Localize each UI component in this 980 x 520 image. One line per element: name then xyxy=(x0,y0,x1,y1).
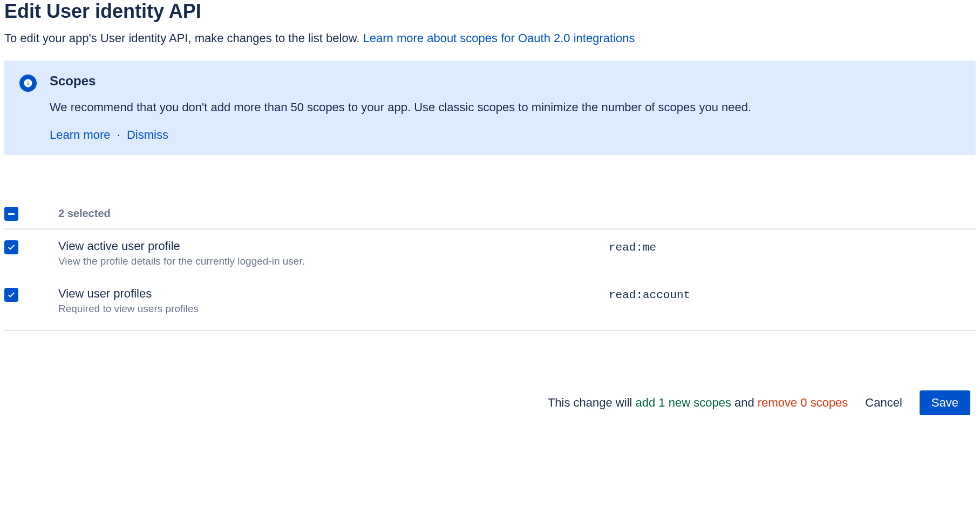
summary-remove: remove 0 scopes xyxy=(758,396,848,409)
info-icon xyxy=(19,75,37,92)
page-title: Edit User identity API xyxy=(4,0,976,23)
separator: · xyxy=(117,128,120,141)
scope-code: read:account xyxy=(609,289,690,301)
save-button[interactable]: Save xyxy=(920,390,970,415)
scope-title: View user profiles xyxy=(58,287,609,301)
table-body: View active user profile View the profil… xyxy=(4,229,976,331)
table-header: 2 selected xyxy=(4,198,976,229)
scope-code-col: read:me xyxy=(609,239,976,254)
scope-code: read:me xyxy=(609,241,656,254)
page-subtitle: To edit your app's User identity API, ma… xyxy=(4,31,976,45)
info-icon-wrap xyxy=(19,73,37,142)
checkbox-col xyxy=(4,206,58,221)
scope-info: View user profiles Required to view user… xyxy=(58,287,609,315)
scope-description: View the profile details for the current… xyxy=(58,255,609,267)
banner-title: Scopes xyxy=(50,73,961,89)
banner-learn-more-link[interactable]: Learn more xyxy=(50,128,111,141)
cancel-button[interactable]: Cancel xyxy=(862,391,905,414)
banner-text: We recommend that you don't add more tha… xyxy=(50,98,961,116)
banner-actions: Learn more · Dismiss xyxy=(50,128,961,142)
info-content: Scopes We recommend that you don't add m… xyxy=(50,73,961,142)
scope-checkbox[interactable] xyxy=(4,240,18,254)
footer: This change will add 1 new scopes and re… xyxy=(4,390,976,415)
scope-info: View active user profile View the profil… xyxy=(58,239,609,267)
change-summary: This change will add 1 new scopes and re… xyxy=(548,396,848,410)
scopes-table: 2 selected View active user profile View… xyxy=(4,198,976,331)
scope-checkbox[interactable] xyxy=(4,288,18,302)
scope-code-col: read:account xyxy=(609,287,976,301)
scope-title: View active user profile xyxy=(58,239,609,253)
checkbox-col xyxy=(4,287,58,302)
subtitle-text: To edit your app's User identity API, ma… xyxy=(4,31,363,45)
table-row: View user profiles Required to view user… xyxy=(4,277,976,325)
summary-mid: and xyxy=(731,396,758,409)
summary-add: add 1 new scopes xyxy=(636,396,731,409)
checkbox-col xyxy=(4,239,58,254)
learn-more-scopes-link[interactable]: Learn more about scopes for Oauth 2.0 in… xyxy=(363,31,635,45)
selected-count: 2 selected xyxy=(58,207,111,220)
banner-dismiss-link[interactable]: Dismiss xyxy=(127,128,168,141)
summary-prefix: This change will xyxy=(548,396,636,409)
info-banner: Scopes We recommend that you don't add m… xyxy=(4,60,976,155)
scope-description: Required to view users profiles xyxy=(58,303,609,315)
table-row: View active user profile View the profil… xyxy=(4,229,976,277)
select-all-checkbox[interactable] xyxy=(4,207,18,221)
